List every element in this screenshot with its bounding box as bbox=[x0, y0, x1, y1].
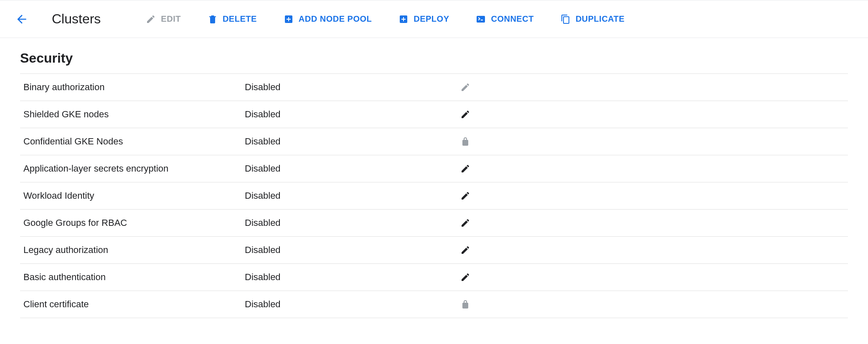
delete-label: DELETE bbox=[223, 14, 257, 24]
toolbar: Clusters EDITDELETEADD NODE POOLDEPLOYCO… bbox=[0, 0, 868, 38]
pencil-icon bbox=[460, 82, 470, 92]
duplicate-label: DUPLICATE bbox=[576, 14, 624, 24]
pencil-icon bbox=[460, 191, 470, 201]
row-key: Client certificate bbox=[20, 291, 241, 318]
connect-label: CONNECT bbox=[491, 14, 533, 24]
row-value: Disabled bbox=[241, 291, 454, 318]
row-key: Shielded GKE nodes bbox=[20, 101, 241, 128]
row-key: Binary authorization bbox=[20, 74, 241, 101]
back-button[interactable] bbox=[12, 9, 32, 29]
edit-row-button[interactable] bbox=[458, 161, 473, 176]
edit-row-button[interactable] bbox=[458, 243, 473, 258]
arrow-left-icon bbox=[15, 13, 28, 26]
pencil-icon bbox=[460, 218, 470, 228]
lock-icon bbox=[458, 134, 473, 149]
table-row: Confidential GKE NodesDisabled bbox=[20, 128, 848, 155]
row-value: Disabled bbox=[241, 128, 454, 155]
deploy-label: DEPLOY bbox=[414, 14, 449, 24]
row-key: Basic authentication bbox=[20, 264, 241, 291]
row-key: Legacy authorization bbox=[20, 237, 241, 264]
trash-icon bbox=[208, 14, 218, 24]
pencil-icon bbox=[460, 164, 470, 174]
plus-box-icon bbox=[398, 14, 409, 24]
edit-row-button[interactable] bbox=[458, 80, 473, 95]
row-key: Google Groups for RBAC bbox=[20, 210, 241, 237]
edit-row-button[interactable] bbox=[458, 188, 473, 203]
edit-row-button[interactable] bbox=[458, 270, 473, 285]
page-title: Clusters bbox=[52, 11, 101, 27]
lock-icon bbox=[460, 299, 470, 309]
section-title: Security bbox=[20, 51, 848, 66]
deploy-button[interactable]: DEPLOY bbox=[398, 14, 449, 24]
edit-row-button[interactable] bbox=[458, 215, 473, 230]
row-value: Disabled bbox=[241, 155, 454, 182]
addnodepool-label: ADD NODE POOL bbox=[299, 14, 372, 24]
row-value: Disabled bbox=[241, 237, 454, 264]
pencil-icon bbox=[460, 245, 470, 255]
row-value: Disabled bbox=[241, 182, 454, 210]
pencil-icon bbox=[460, 109, 470, 119]
table-row: Application-layer secrets encryptionDisa… bbox=[20, 155, 848, 182]
pencil-icon bbox=[146, 14, 156, 24]
plus-box-icon bbox=[284, 14, 294, 24]
row-value: Disabled bbox=[241, 210, 454, 237]
table-row: Client certificateDisabled bbox=[20, 291, 848, 318]
terminal-icon bbox=[476, 14, 486, 24]
lock-icon bbox=[460, 137, 470, 147]
row-key: Workload Identity bbox=[20, 182, 241, 210]
edit-button: EDIT bbox=[146, 14, 181, 24]
row-value: Disabled bbox=[241, 101, 454, 128]
row-value: Disabled bbox=[241, 74, 454, 101]
lock-icon bbox=[458, 297, 473, 312]
row-key: Application-layer secrets encryption bbox=[20, 155, 241, 182]
row-key: Confidential GKE Nodes bbox=[20, 128, 241, 155]
table-row: Binary authorizationDisabled bbox=[20, 74, 848, 101]
addnodepool-button[interactable]: ADD NODE POOL bbox=[284, 14, 372, 24]
table-row: Basic authenticationDisabled bbox=[20, 264, 848, 291]
edit-label: EDIT bbox=[161, 14, 181, 24]
copy-icon bbox=[561, 14, 571, 24]
security-table: Binary authorizationDisabledShielded GKE… bbox=[20, 73, 848, 318]
row-value: Disabled bbox=[241, 264, 454, 291]
delete-button[interactable]: DELETE bbox=[208, 14, 257, 24]
table-row: Google Groups for RBACDisabled bbox=[20, 210, 848, 237]
table-row: Shielded GKE nodesDisabled bbox=[20, 101, 848, 128]
table-row: Legacy authorizationDisabled bbox=[20, 237, 848, 264]
edit-row-button[interactable] bbox=[458, 107, 473, 122]
connect-button[interactable]: CONNECT bbox=[476, 14, 533, 24]
table-row: Workload IdentityDisabled bbox=[20, 182, 848, 210]
pencil-icon bbox=[460, 272, 470, 282]
duplicate-button[interactable]: DUPLICATE bbox=[561, 14, 624, 24]
